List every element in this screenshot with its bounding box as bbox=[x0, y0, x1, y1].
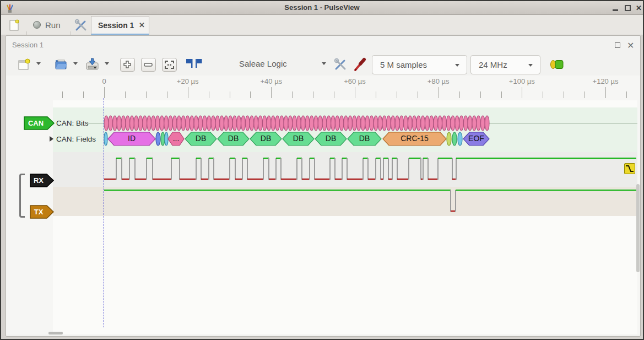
zoom-fit-icon bbox=[163, 58, 176, 71]
ruler-major-tick bbox=[605, 87, 606, 98]
tools-icon bbox=[74, 18, 88, 33]
settings-button[interactable] bbox=[74, 18, 88, 33]
channel-tag-tx[interactable] bbox=[30, 206, 53, 218]
vertical-scrollbar-thumb[interactable] bbox=[636, 184, 640, 272]
cursor-flags-icon bbox=[186, 58, 203, 71]
maximize-icon[interactable] bbox=[625, 5, 631, 11]
ruler-time-label: +20 µs bbox=[177, 77, 199, 85]
ruler-minor-tick bbox=[480, 91, 481, 98]
rx-row-background bbox=[53, 152, 637, 187]
device-select-value[interactable]: Saleae Logic bbox=[239, 59, 287, 68]
zoom-fit-button[interactable] bbox=[162, 58, 177, 72]
time-ruler[interactable]: 0+20 µs+40 µs+60 µs+80 µs+100 µs+120 µs bbox=[6, 75, 640, 100]
ruler-minor-tick bbox=[334, 91, 334, 98]
ruler-minor-tick bbox=[250, 91, 251, 98]
new-session-dropdown-arrow[interactable] bbox=[36, 62, 41, 65]
bits-row-baseline bbox=[485, 123, 637, 123]
new-view-button[interactable] bbox=[6, 18, 23, 33]
add-decoder-button[interactable] bbox=[549, 58, 565, 71]
expand-arrow-icon[interactable] bbox=[50, 120, 53, 126]
window-title: Session 1 - PulseView bbox=[1, 3, 643, 12]
decoder-tag-can-label: CAN bbox=[24, 119, 47, 127]
ruler-major-tick bbox=[104, 87, 105, 98]
ruler-major-tick bbox=[188, 87, 188, 98]
document-icon bbox=[6, 18, 23, 33]
save-dropdown-arrow[interactable] bbox=[105, 62, 109, 65]
ruler-time-label: +120 µs bbox=[593, 77, 619, 85]
ruler-time-label: +60 µs bbox=[344, 77, 366, 85]
zoom-in-button[interactable] bbox=[120, 58, 135, 72]
ruler-minor-tick bbox=[292, 91, 293, 98]
tx-row-background bbox=[53, 187, 637, 216]
ruler-minor-tick bbox=[397, 91, 397, 98]
bits-row-leader-line bbox=[88, 123, 104, 123]
ruler-time-label: +80 µs bbox=[427, 77, 450, 85]
show-cursors-button[interactable] bbox=[186, 58, 203, 71]
run-button[interactable]: Run bbox=[31, 18, 67, 33]
sample-count-value: 5 M samples bbox=[372, 56, 467, 74]
ruler-minor-tick bbox=[313, 91, 313, 98]
panel-float-icon[interactable] bbox=[615, 42, 620, 48]
new-session-button[interactable] bbox=[17, 57, 32, 72]
device-config-button[interactable] bbox=[333, 57, 348, 72]
ruler-major-tick bbox=[271, 87, 272, 98]
panel-header-label: Session 1 bbox=[12, 41, 44, 49]
decoder-icon bbox=[549, 58, 565, 71]
ruler-minor-tick bbox=[125, 91, 126, 98]
ruler-major-tick bbox=[439, 87, 439, 98]
trigger-marker-badge[interactable] bbox=[624, 163, 635, 174]
channels-button[interactable] bbox=[353, 57, 367, 72]
ruler-time-label: +100 µs bbox=[509, 77, 535, 85]
ruler-major-tick bbox=[355, 87, 355, 98]
ruler-minor-tick bbox=[376, 91, 376, 98]
ruler-minor-tick bbox=[585, 91, 585, 98]
new-session-icon bbox=[17, 57, 32, 72]
channel-tag-rx-label: RX bbox=[30, 176, 47, 185]
open-dropdown-arrow[interactable] bbox=[73, 62, 78, 65]
ruler-time-label: 0 bbox=[102, 77, 106, 85]
device-dropdown-arrow[interactable] bbox=[322, 62, 326, 65]
trace-view[interactable]: 0+20 µs+40 µs+60 µs+80 µs+100 µs+120 µs … bbox=[6, 75, 640, 334]
run-button-label: Run bbox=[45, 20, 61, 30]
expand-arrow-icon[interactable] bbox=[50, 136, 53, 142]
sample-count-select[interactable]: 5 M samples bbox=[372, 55, 467, 74]
channel-group-bracket[interactable] bbox=[19, 174, 25, 218]
decoder-row-background bbox=[53, 107, 637, 152]
time-cursor[interactable] bbox=[104, 98, 104, 327]
probe-icon bbox=[353, 57, 367, 72]
channel-tag-tx-label: TX bbox=[30, 208, 47, 216]
sample-rate-select[interactable]: 24 MHz bbox=[470, 55, 540, 74]
save-icon bbox=[85, 57, 100, 72]
close-icon[interactable]: ✕ bbox=[636, 5, 643, 12]
channel-tag-rx[interactable] bbox=[30, 174, 53, 187]
zoom-out-icon bbox=[142, 58, 155, 71]
ruler-minor-tick bbox=[230, 91, 230, 98]
zoom-out-button[interactable] bbox=[141, 58, 156, 72]
open-button[interactable] bbox=[53, 57, 69, 72]
tab-session-1[interactable]: Session 1 ✕ bbox=[91, 16, 149, 35]
decoder-bits-row-label: CAN: Bits bbox=[56, 119, 89, 127]
ruler-minor-tick bbox=[167, 91, 167, 98]
zoom-in-icon bbox=[121, 58, 134, 71]
falling-edge-icon bbox=[625, 164, 635, 174]
tab-close-icon[interactable]: ✕ bbox=[139, 21, 145, 29]
ruler-minor-tick bbox=[209, 91, 209, 98]
session-toolbar: Saleae Logic 5 M samples 24 MHz bbox=[6, 54, 640, 75]
ruler-time-label: +40 µs bbox=[260, 77, 282, 85]
minimize-icon[interactable] bbox=[613, 5, 618, 11]
ruler-minor-tick bbox=[626, 91, 627, 98]
ruler-minor-tick bbox=[83, 91, 84, 98]
ruler-minor-tick bbox=[501, 91, 502, 98]
tab-label: Session 1 bbox=[98, 21, 134, 30]
title-bar[interactable]: Session 1 - PulseView ✕ bbox=[1, 1, 643, 15]
decoder-fields-row-label: CAN: Fields bbox=[56, 135, 96, 143]
device-tools-icon bbox=[333, 57, 348, 72]
horizontal-scrollbar-thumb[interactable] bbox=[48, 332, 63, 334]
panel-close-icon[interactable]: ✕ bbox=[627, 40, 634, 51]
sample-rate-arrow bbox=[528, 64, 533, 67]
main-toolbar: Run Session 1 ✕ bbox=[1, 15, 643, 35]
ruler-minor-tick bbox=[564, 91, 564, 98]
save-button[interactable] bbox=[85, 57, 100, 72]
pulseview-window: Session 1 - PulseView ✕ Run Session 1 bbox=[0, 0, 644, 340]
ruler-minor-tick bbox=[146, 91, 147, 98]
